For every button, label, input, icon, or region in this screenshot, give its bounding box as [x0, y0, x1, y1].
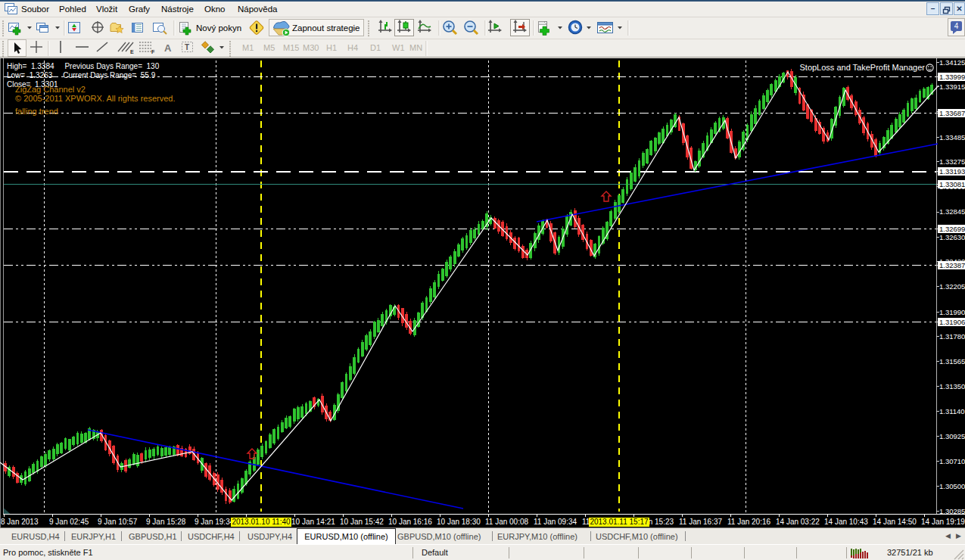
- svg-text:1.32845: 1.32845: [939, 207, 965, 216]
- svg-text:1.33485: 1.33485: [939, 133, 965, 142]
- svg-text:9 Jan 10:57: 9 Jan 10:57: [98, 518, 138, 526]
- svg-text:9 Jan 15:28: 9 Jan 15:28: [146, 518, 186, 526]
- svg-text:1.31350: 1.31350: [939, 382, 965, 390]
- svg-text:11 Jan 09:34: 11 Jan 09:34: [534, 518, 577, 526]
- svg-text:1.32630: 1.32630: [939, 233, 965, 241]
- svg-text:M15: M15: [283, 43, 299, 52]
- svg-text:2013.01.11 15:17: 2013.01.11 15:17: [590, 518, 649, 526]
- svg-text:1.31906: 1.31906: [939, 318, 965, 326]
- svg-text:1.31140: 1.31140: [939, 407, 965, 415]
- svg-text:1.33275: 1.33275: [939, 157, 965, 166]
- svg-text:1.31780: 1.31780: [939, 332, 965, 341]
- svg-text:10 Jan 16:16: 10 Jan 16:16: [388, 518, 432, 526]
- svg-text:11 Jan 00:08: 11 Jan 00:08: [485, 518, 529, 526]
- svg-text:H1: H1: [326, 43, 337, 52]
- svg-text:14 Jan 14:50: 14 Jan 14:50: [873, 518, 917, 526]
- svg-text:14 Jan 19:19: 14 Jan 19:19: [921, 518, 965, 526]
- svg-text:14 Jan 03:22: 14 Jan 03:22: [776, 518, 820, 526]
- svg-text:1.32205: 1.32205: [939, 282, 965, 291]
- svg-text:© 2005-2011 XPWORX. All rights: © 2005-2011 XPWORX. All rights reserved.: [15, 94, 176, 103]
- svg-text:1.33193: 1.33193: [939, 167, 965, 176]
- svg-text:1.31565: 1.31565: [939, 357, 965, 366]
- svg-text:2013.01.10 11:40: 2013.01.10 11:40: [232, 518, 291, 526]
- svg-text:1.33081: 1.33081: [939, 180, 965, 188]
- svg-text:1.34125: 1.34125: [939, 58, 965, 67]
- svg-text:1.30710: 1.30710: [939, 457, 965, 465]
- svg-text:1.33915: 1.33915: [939, 82, 965, 91]
- svg-text:M1: M1: [242, 43, 254, 52]
- svg-text:W1: W1: [392, 43, 405, 52]
- svg-text:1.32387: 1.32387: [939, 261, 965, 269]
- svg-text:9 Jan 19:34: 9 Jan 19:34: [195, 518, 235, 526]
- svg-text:StopLoss and TakeProfit Manage: StopLoss and TakeProfit Manager: [799, 63, 925, 72]
- svg-text:10 Jan 14:21: 10 Jan 14:21: [291, 518, 335, 526]
- svg-text:9 Jan 02:45: 9 Jan 02:45: [49, 518, 89, 526]
- svg-text:ZigZag Channel v2: ZigZag Channel v2: [15, 85, 86, 94]
- svg-text:M30: M30: [303, 43, 319, 52]
- svg-text:1.32699: 1.32699: [939, 225, 965, 233]
- svg-text:A: A: [164, 42, 172, 54]
- svg-text:F: F: [151, 49, 155, 54]
- svg-text:T: T: [185, 43, 189, 51]
- svg-text:11 Jan 20:16: 11 Jan 20:16: [727, 518, 771, 526]
- svg-text:1.30925: 1.30925: [939, 432, 965, 440]
- svg-text:D1: D1: [370, 43, 381, 52]
- svg-text:E: E: [130, 49, 134, 54]
- svg-text:H4: H4: [347, 43, 358, 52]
- svg-text:14 Jan 10:43: 14 Jan 10:43: [824, 518, 868, 526]
- svg-text:11 Jan 16:37: 11 Jan 16:37: [679, 518, 723, 526]
- svg-text:falling trend: falling trend: [15, 107, 58, 116]
- svg-text:MN: MN: [409, 43, 422, 52]
- svg-text:Zapnout strategie: Zapnout strategie: [292, 23, 360, 33]
- svg-text:1.30500: 1.30500: [939, 482, 965, 490]
- svg-text:M5: M5: [263, 43, 275, 52]
- svg-text:10 Jan 18:30: 10 Jan 18:30: [437, 518, 481, 526]
- svg-text:1.33999: 1.33999: [939, 73, 965, 81]
- svg-text:1.33687: 1.33687: [939, 109, 965, 117]
- svg-text:High= 1.3384 Previous Day: High= 1.3384 Previous Days Range= 130: [7, 62, 160, 70]
- svg-text:Low= 1.3263 Current Days: Low= 1.3263 Current Days Range= 55.9: [7, 71, 156, 79]
- svg-text:1.31990: 1.31990: [939, 308, 965, 316]
- svg-text:8 Jan 2013: 8 Jan 2013: [1, 518, 39, 526]
- svg-text:10 Jan 15:42: 10 Jan 15:42: [340, 518, 384, 526]
